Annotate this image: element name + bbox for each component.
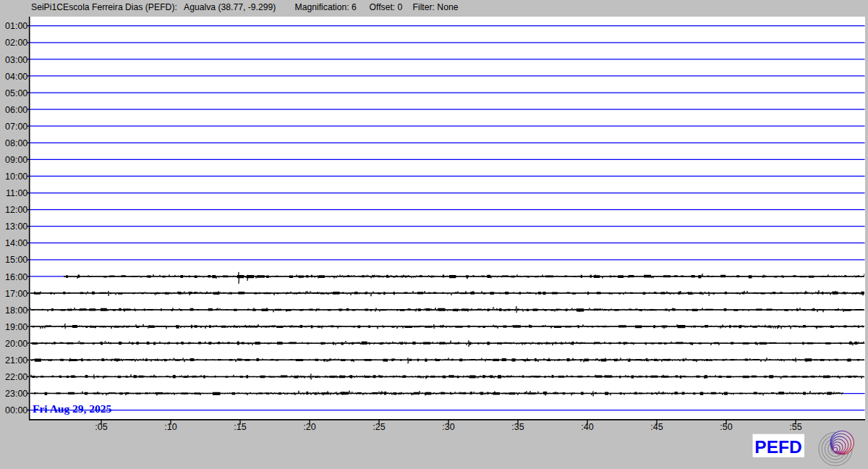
svg-text:06:00: 06:00 [5, 105, 27, 115]
svg-text:21:00: 21:00 [5, 355, 27, 366]
svg-text:SeiPi1CEscola Ferreira Dias (P: SeiPi1CEscola Ferreira Dias (PEFD): [31, 2, 177, 12]
svg-text:20:00: 20:00 [5, 339, 27, 349]
svg-text:19:00: 19:00 [5, 322, 27, 332]
svg-text:07:00: 07:00 [5, 122, 27, 132]
svg-text:Agualva (38.77, -9.299): Agualva (38.77, -9.299) [184, 2, 276, 12]
svg-text:12:00: 12:00 [5, 205, 27, 215]
svg-text:Magnification: 6: Magnification: 6 [295, 2, 357, 12]
svg-text:Filter: None: Filter: None [413, 2, 459, 12]
svg-text:16:00: 16:00 [5, 272, 27, 282]
svg-text:13:00: 13:00 [5, 221, 27, 232]
svg-text:23:00: 23:00 [5, 389, 27, 399]
svg-text:01:00: 01:00 [5, 21, 27, 31]
svg-text:PEFD: PEFD [754, 437, 801, 457]
svg-text:Fri Aug 29, 2025: Fri Aug 29, 2025 [33, 402, 112, 415]
svg-text:11:00: 11:00 [6, 188, 27, 198]
svg-text:02:00: 02:00 [5, 38, 27, 48]
svg-text:04:00: 04:00 [5, 72, 27, 82]
svg-text:10:00: 10:00 [5, 172, 27, 182]
svg-text:03:00: 03:00 [5, 55, 27, 65]
svg-text:14:00: 14:00 [5, 238, 27, 248]
svg-text:00:00: 00:00 [5, 405, 27, 415]
svg-text:09:00: 09:00 [5, 155, 27, 165]
svg-text:22:00: 22:00 [5, 372, 27, 382]
svg-text:05:00: 05:00 [5, 88, 27, 98]
svg-text:15:00: 15:00 [5, 255, 27, 265]
svg-text:18:00: 18:00 [5, 305, 27, 316]
svg-text:Offset: 0: Offset: 0 [370, 2, 403, 12]
svg-text:17:00: 17:00 [5, 289, 27, 299]
svg-text:08:00: 08:00 [5, 138, 27, 148]
